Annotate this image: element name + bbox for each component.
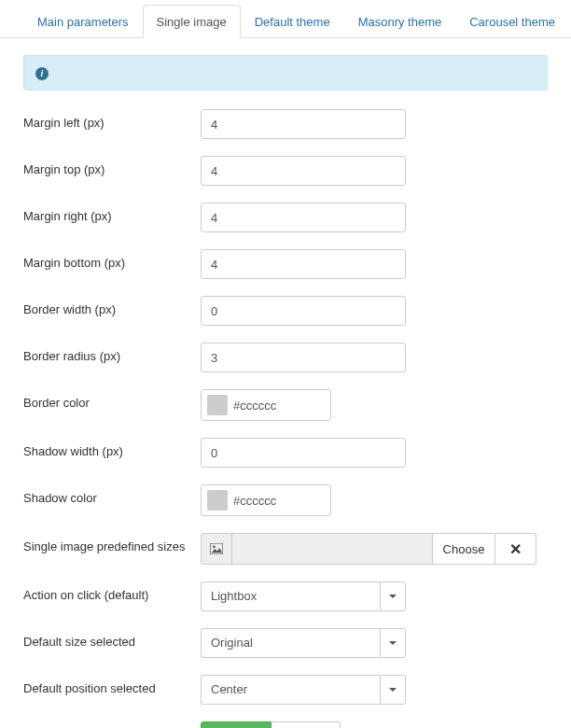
margin-top-input[interactable] — [201, 156, 406, 186]
clear-button[interactable]: ✕ — [495, 533, 536, 565]
label-default-position: Default position selected — [23, 675, 201, 695]
border-color-swatch — [207, 395, 228, 415]
tab-bar: Main parameters Single image Default the… — [0, 0, 571, 38]
image-preview-yes[interactable]: Yes — [201, 721, 272, 728]
row-border-radius: Border radius (px) — [23, 343, 548, 372]
action-on-click-value: Lightbox — [201, 581, 380, 611]
label-image-preview: Image preview — [23, 721, 201, 728]
border-width-input[interactable] — [201, 296, 406, 326]
label-margin-right: Margin right (px) — [23, 203, 201, 223]
predefined-sizes-picker: Choose ✕ — [201, 533, 536, 565]
label-border-radius: Border radius (px) — [23, 343, 201, 363]
row-default-size: Default size selected Original — [23, 628, 548, 658]
row-margin-right: Margin right (px) — [23, 203, 548, 232]
border-color-picker[interactable]: #cccccc — [201, 389, 331, 421]
form: Margin left (px) Margin top (px) Margin … — [0, 109, 571, 728]
default-position-caret[interactable] — [380, 675, 406, 705]
info-bar: i — [23, 55, 548, 91]
tab-single-image[interactable]: Single image — [143, 5, 241, 38]
margin-left-input[interactable] — [201, 109, 406, 139]
row-shadow-color: Shadow color #cccccc — [23, 484, 548, 516]
row-margin-bottom: Margin bottom (px) — [23, 249, 548, 279]
chevron-down-icon — [389, 641, 397, 645]
tab-default-theme[interactable]: Default theme — [241, 5, 344, 38]
label-margin-top: Margin top (px) — [23, 156, 201, 176]
shadow-color-swatch — [207, 490, 228, 511]
label-margin-bottom: Margin bottom (px) — [23, 249, 201, 270]
label-default-size: Default size selected — [23, 628, 201, 649]
label-border-width: Border width (px) — [23, 296, 201, 316]
margin-right-input[interactable] — [201, 203, 406, 232]
action-on-click-select[interactable]: Lightbox — [201, 581, 406, 611]
label-predefined-sizes: Single image predefined sizes — [23, 533, 201, 553]
row-image-preview: Image preview Yes No — [23, 721, 548, 728]
border-color-value: #cccccc — [233, 399, 276, 413]
chevron-down-icon — [389, 595, 397, 598]
info-icon: i — [35, 67, 49, 80]
default-size-caret[interactable] — [380, 628, 406, 658]
tab-carousel-theme[interactable]: Carousel theme — [455, 5, 569, 38]
image-preview-toggle: Yes No — [201, 721, 341, 728]
tab-main-parameters[interactable]: Main parameters — [23, 5, 143, 38]
label-margin-left: Margin left (px) — [23, 109, 201, 130]
image-preview-no[interactable]: No — [272, 721, 341, 728]
svg-point-1 — [213, 546, 216, 549]
label-shadow-color: Shadow color — [23, 484, 201, 505]
chevron-down-icon — [389, 688, 397, 692]
row-predefined-sizes: Single image predefined sizes Choose ✕ — [23, 533, 548, 565]
action-on-click-caret[interactable] — [380, 581, 406, 611]
label-action-on-click: Action on click (default) — [23, 581, 201, 602]
tab-masonry-theme[interactable]: Masonry theme — [344, 5, 456, 38]
shadow-color-value: #cccccc — [233, 494, 276, 508]
row-default-position: Default position selected Center — [23, 675, 548, 705]
shadow-color-picker[interactable]: #cccccc — [201, 484, 331, 516]
default-size-value: Original — [201, 628, 380, 658]
row-border-width: Border width (px) — [23, 296, 548, 326]
border-radius-input[interactable] — [201, 343, 406, 372]
shadow-width-input[interactable] — [201, 438, 406, 468]
row-shadow-width: Shadow width (px) — [23, 438, 548, 468]
default-position-select[interactable]: Center — [201, 675, 406, 705]
close-icon: ✕ — [509, 540, 522, 558]
row-margin-top: Margin top (px) — [23, 156, 548, 186]
row-border-color: Border color #cccccc — [23, 389, 548, 421]
image-icon — [201, 533, 232, 565]
label-shadow-width: Shadow width (px) — [23, 438, 201, 458]
default-position-value: Center — [201, 675, 380, 705]
predefined-sizes-path — [232, 533, 432, 565]
label-border-color: Border color — [23, 389, 201, 410]
row-action-on-click: Action on click (default) Lightbox — [23, 581, 548, 611]
choose-button[interactable]: Choose — [432, 533, 495, 565]
margin-bottom-input[interactable] — [201, 249, 406, 279]
row-margin-left: Margin left (px) — [23, 109, 548, 139]
default-size-select[interactable]: Original — [201, 628, 406, 658]
